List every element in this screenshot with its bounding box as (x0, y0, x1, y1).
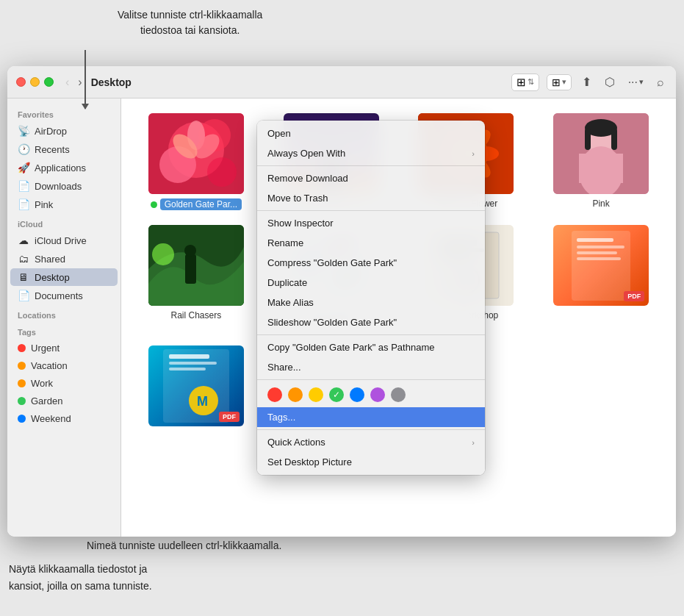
ctx-always-open-with[interactable]: Always Open With › (257, 143, 485, 163)
ctx-set-desktop-picture[interactable]: Set Desktop Picture (257, 452, 485, 472)
file-item-rail-chasers[interactable]: Rail Chasers (136, 225, 256, 331)
annotation-bottom-left: Näytä klikkaamalla tiedostot ja kansiot,… (9, 561, 152, 594)
ctx-rename[interactable]: Rename (257, 233, 485, 253)
callout-line (84, 50, 86, 109)
sync-status-dot (151, 201, 157, 208)
context-menu: Open Always Open With › Remove Download … (257, 121, 485, 475)
pdf-badge-1: PDF (624, 291, 644, 301)
ctx-share[interactable]: Share... (257, 357, 485, 377)
svg-rect-28 (579, 154, 623, 183)
share-icon: ⬆ (582, 75, 591, 89)
share-button[interactable]: ⬆ (579, 74, 594, 90)
swatch-orange[interactable] (288, 387, 303, 402)
color-swatches (257, 382, 485, 407)
ctx-tags[interactable]: Tags... (257, 407, 485, 427)
weekend-label: Weekend (31, 413, 71, 424)
airdrop-icon: 📡 (18, 125, 29, 137)
svg-text:M: M (197, 394, 208, 409)
urgent-label: Urgent (31, 343, 60, 354)
work-label: Work (31, 378, 53, 389)
tag-button[interactable]: ⬡ (602, 74, 618, 90)
svg-rect-54 (577, 238, 613, 242)
swatch-purple[interactable] (370, 387, 385, 402)
tag-icon: ⬡ (605, 75, 615, 89)
svg-rect-30 (585, 128, 591, 150)
ctx-remove-download[interactable]: Remove Download (257, 168, 485, 188)
ctx-open[interactable]: Open (257, 123, 485, 143)
forward-button[interactable]: › (75, 74, 84, 90)
close-button[interactable] (16, 77, 26, 87)
weekend-dot (18, 415, 26, 423)
annotation-top: Valitse tunniste ctrl-klikkaamalla tiedo… (118, 7, 262, 38)
pdf1-thumb: PDF (553, 225, 649, 306)
svg-rect-55 (577, 246, 624, 248)
swatch-blue[interactable] (350, 387, 364, 402)
rail-chasers-label: Rail Chasers (171, 310, 222, 320)
ctx-move-to-trash[interactable]: Move to Trash (257, 188, 485, 208)
work-dot (18, 379, 26, 387)
svg-rect-61 (169, 362, 217, 365)
sidebar-item-applications[interactable]: 🚀 Applications (10, 159, 118, 176)
svg-point-4 (207, 157, 237, 187)
sidebar-item-urgent[interactable]: Urgent (10, 340, 118, 357)
sidebar: Favorites 📡 AirDrop 🕐 Recents 🚀 Applicat… (7, 99, 121, 537)
desktop-label: Desktop (35, 272, 70, 283)
chevron-up-down-icon: ⇅ (528, 77, 534, 87)
more-icon: ··· (628, 76, 638, 89)
svg-point-35 (152, 243, 174, 265)
ctx-quick-actions[interactable]: Quick Actions › (257, 432, 485, 452)
file-item-golden-gate[interactable]: Golden Gate Par... (136, 113, 256, 210)
svg-rect-33 (185, 254, 196, 284)
ctx-sep2 (257, 210, 485, 211)
file-item-pink[interactable]: Pink (541, 113, 661, 210)
swatch-yellow[interactable] (309, 387, 323, 402)
back-button[interactable]: ‹ (62, 74, 72, 90)
view-list-button[interactable]: ⊞ ▾ (547, 74, 572, 90)
ctx-copy-pathname[interactable]: Copy "Golden Gate Park" as Pathname (257, 337, 485, 357)
sidebar-item-recents[interactable]: 🕐 Recents (10, 140, 118, 158)
sidebar-item-desktop[interactable]: 🖥 Desktop (10, 268, 118, 286)
sidebar-item-garden[interactable]: Garden (10, 393, 118, 409)
svg-rect-60 (169, 354, 209, 359)
pink-thumb (553, 113, 649, 194)
sidebar-item-shared[interactable]: 🗂 Shared (10, 250, 118, 268)
more-button[interactable]: ··· ▾ (625, 74, 647, 90)
ctx-duplicate[interactable]: Duplicate (257, 273, 485, 293)
pink-icon: 📄 (18, 198, 29, 210)
ctx-make-alias[interactable]: Make Alias (257, 293, 485, 312)
swatch-red[interactable] (267, 387, 282, 402)
sidebar-item-downloads[interactable]: 📄 Downloads (10, 177, 118, 195)
rail-chasers-thumb (148, 225, 244, 306)
sidebar-item-icloud-drive[interactable]: ☁ iCloud Drive (10, 232, 118, 249)
documents-icon: 📄 (18, 290, 29, 301)
pink-label: Pink (35, 199, 53, 210)
nav-buttons: ‹ › (62, 74, 85, 90)
file-item-pdf1[interactable]: PDF (541, 225, 661, 331)
fullscreen-button[interactable] (44, 77, 54, 87)
list-chevron-icon: ▾ (562, 77, 566, 87)
shared-label: Shared (35, 254, 65, 265)
favorites-label: Favorites (7, 104, 120, 121)
vacation-dot (18, 362, 26, 370)
sidebar-item-airdrop[interactable]: 📡 AirDrop (10, 122, 118, 140)
search-button[interactable]: ⌕ (654, 74, 667, 90)
view-grid-button[interactable]: ⊞ ⇅ (511, 74, 539, 91)
file-item-pdf2[interactable]: M PDF (136, 345, 256, 431)
minimize-button[interactable] (30, 77, 40, 87)
sidebar-item-work[interactable]: Work (10, 375, 118, 392)
ctx-slideshow[interactable]: Slideshow "Golden Gate Park" (257, 312, 485, 332)
sidebar-item-weekend[interactable]: Weekend (10, 410, 118, 427)
list-icon: ⊞ (552, 76, 561, 88)
toolbar-actions: ⊞ ⇅ ⊞ ▾ ⬆ ⬡ ··· ▾ ⌕ (511, 74, 667, 91)
swatch-green[interactable] (329, 387, 344, 402)
sidebar-item-pink[interactable]: 📄 Pink (10, 196, 118, 213)
finder-body: Favorites 📡 AirDrop 🕐 Recents 🚀 Applicat… (7, 99, 676, 537)
swatch-gray[interactable] (391, 387, 406, 402)
sidebar-item-vacation[interactable]: Vacation (10, 357, 118, 374)
ctx-compress[interactable]: Compress "Golden Gate Park" (257, 253, 485, 273)
ctx-sep5 (257, 429, 485, 430)
urgent-dot (18, 344, 26, 352)
ctx-show-inspector[interactable]: Show Inspector (257, 213, 485, 233)
sidebar-item-documents[interactable]: 📄 Documents (10, 287, 118, 304)
svg-rect-31 (611, 128, 617, 150)
